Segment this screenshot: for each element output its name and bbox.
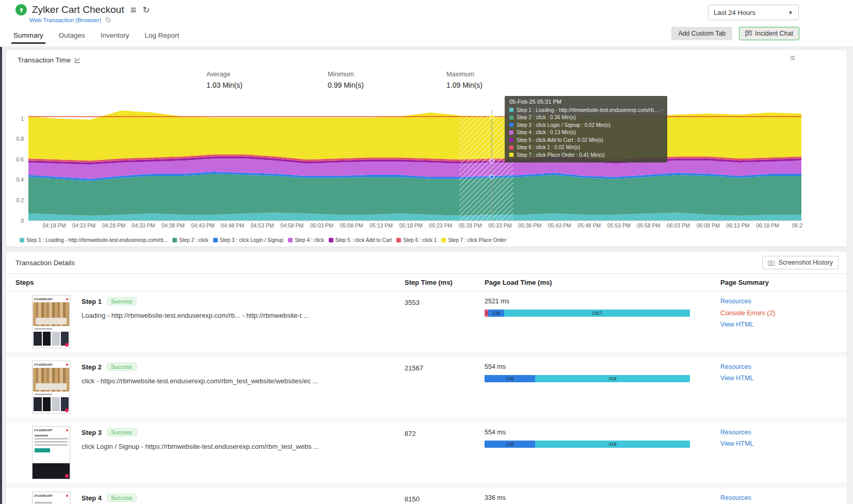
col-page-load-time: Page Load Time (ms): [485, 279, 720, 286]
legend-swatch: [441, 238, 446, 242]
console-errors-link[interactable]: Console Errors (2): [720, 309, 847, 317]
stat-average: Average 1.03 Min(s): [206, 71, 243, 89]
svg-text:0.6: 0.6: [16, 156, 24, 162]
chart-legend: Step 1 : Loading - http://rbmwebsite-tes…: [20, 237, 506, 243]
svg-text:05:08 PM: 05:08 PM: [340, 222, 363, 229]
screenshot-history-button[interactable]: Screenshot History: [762, 256, 839, 269]
tooltip-row: Step 3 : click Login / Signup : 0.02 Min…: [509, 121, 663, 129]
step-screenshot-thumbnail[interactable]: ZYLKERCART: [32, 295, 70, 348]
legend-swatch: [329, 238, 333, 242]
add-custom-tab-button[interactable]: Add Custom Tab: [671, 27, 732, 40]
transaction-details-title: Transaction Details: [15, 259, 75, 267]
resources-link[interactable]: Resources: [720, 429, 847, 436]
monitor-status-up-icon: [15, 4, 27, 15]
svg-text:05:18 PM: 05:18 PM: [399, 222, 423, 229]
step-description: click - https://rbmwebsite-test.endusere…: [82, 377, 318, 385]
chart-options-icon[interactable]: ≡: [790, 53, 795, 63]
load-bar-segment: 136: [488, 310, 504, 317]
svg-text:04:43 PM: 04:43 PM: [191, 222, 215, 229]
svg-text:04:53 PM: 04:53 PM: [251, 222, 274, 229]
monitor-type-link[interactable]: Web Transaction (Browser): [29, 17, 101, 23]
svg-text:06:03 PM: 06:03 PM: [667, 222, 690, 229]
refresh-icon[interactable]: ↻: [142, 6, 150, 14]
legend-item[interactable]: Step 6 : click 1: [396, 237, 437, 243]
step-time-value: 21567: [405, 361, 485, 414]
svg-text:06:2: 06:2: [792, 222, 803, 229]
step-screenshot-thumbnail[interactable]: ZYLKERCART: [32, 492, 70, 504]
table-row: ZYLKERCART Step 1 Success Loading - http…: [6, 291, 847, 352]
resources-link[interactable]: Resources: [720, 298, 847, 305]
transaction-time-card: Transaction Time ≡ Average 1.03 Min(s) M…: [6, 50, 847, 247]
step-screenshot-thumbnail[interactable]: ZYLKERCART: [32, 361, 70, 414]
load-bar-segment: 418: [535, 375, 690, 382]
step-time-value: 8150: [405, 492, 485, 504]
svg-text:0: 0: [21, 218, 24, 224]
svg-text:05:23 PM: 05:23 PM: [429, 222, 452, 229]
page-load-time-value: 554 ms: [485, 363, 720, 370]
load-bar-segment: 136: [485, 375, 535, 382]
incident-chat-button[interactable]: Incident Chat: [739, 27, 799, 40]
page-load-time-value: 554 ms: [485, 429, 720, 436]
tag-icon[interactable]: [105, 17, 111, 23]
legend-item[interactable]: Step 2 : click: [172, 237, 208, 243]
view-html-link[interactable]: View HTML: [720, 375, 847, 382]
page-load-bar[interactable]: 136418: [485, 375, 690, 382]
tab-summary[interactable]: Summary: [12, 28, 44, 44]
load-bar-segment: 136: [485, 441, 535, 448]
status-badge: Success: [107, 428, 137, 436]
transaction-time-chart[interactable]: 00.20.40.60.8104:18 PM04:23 PM04:28 PM04…: [6, 96, 847, 236]
chart-tooltip: 05-Feb-25 05:31 PM Step 1 : Loading - ht…: [505, 96, 667, 162]
transaction-time-title: Transaction Time: [18, 56, 71, 64]
view-html-link[interactable]: View HTML: [720, 440, 847, 447]
legend-item[interactable]: Step 1 : Loading - http://rbmwebsite-tes…: [20, 237, 168, 243]
page-title: Zylker Cart Checkout: [32, 4, 124, 15]
table-header: Steps Step Time (ms) Page Load Time (ms)…: [6, 274, 847, 291]
step-name: Step 3: [82, 429, 102, 436]
svg-text:06:08 PM: 06:08 PM: [697, 222, 720, 229]
page-load-bar[interactable]: 136418: [485, 441, 690, 448]
svg-text:05:48 PM: 05:48 PM: [577, 222, 601, 229]
svg-text:1: 1: [21, 116, 24, 122]
chat-icon: [745, 30, 752, 37]
load-bar-segment: 418: [535, 441, 690, 448]
camera-icon: [768, 260, 775, 266]
step-description: click Login / Signup - https://rbmwebsit…: [82, 443, 319, 450]
svg-text:04:28 PM: 04:28 PM: [102, 222, 125, 229]
stat-minimum: Minimum 0.99 Min(s): [328, 71, 364, 89]
status-badge: Success: [107, 297, 137, 305]
expand-chart-icon[interactable]: [74, 57, 81, 63]
step-screenshot-thumbnail[interactable]: ZYLKERCART: [32, 426, 70, 479]
resources-link[interactable]: Resources: [720, 494, 847, 501]
svg-text:0.4: 0.4: [16, 176, 24, 183]
legend-swatch: [20, 238, 24, 242]
time-range-dropdown[interactable]: Last 24 Hours ▼: [708, 5, 799, 20]
tab-outages[interactable]: Outages: [58, 28, 86, 44]
status-badge: Success: [107, 494, 137, 502]
step-name: Step 1: [82, 298, 102, 305]
left-edge-strip: [0, 47, 2, 504]
resources-link[interactable]: Resources: [720, 363, 847, 370]
legend-item[interactable]: Step 7 : click Place Order: [441, 237, 506, 243]
tooltip-row: Step 4 : click : 0.13 Min(s): [509, 129, 663, 137]
tab-inventory[interactable]: Inventory: [100, 28, 131, 44]
monitor-menu-icon[interactable]: ≡: [130, 5, 136, 15]
load-bar-segment: 2357: [504, 310, 690, 317]
legend-item[interactable]: Step 5 : click Add to Cart: [329, 237, 392, 243]
stat-maximum: Maximum 1.09 Min(s): [446, 71, 482, 89]
legend-swatch: [288, 238, 293, 242]
tab-log-report[interactable]: Log Report: [143, 28, 180, 44]
svg-text:05:03 PM: 05:03 PM: [310, 222, 333, 229]
page-load-bar[interactable]: 21362357: [485, 310, 690, 317]
transaction-details-card: Transaction Details Screenshot History S…: [6, 252, 847, 504]
legend-item[interactable]: Step 4 : click: [288, 237, 324, 243]
svg-text:04:18 PM: 04:18 PM: [43, 222, 66, 229]
tooltip-timestamp: 05-Feb-25 05:31 PM: [509, 99, 663, 105]
legend-swatch: [172, 238, 177, 242]
step-name: Step 4: [82, 494, 102, 502]
step-description: Loading - http://rbmwebsite-test.enduser…: [82, 312, 309, 319]
view-html-link[interactable]: View HTML: [720, 321, 847, 328]
svg-text:04:58 PM: 04:58 PM: [280, 222, 303, 229]
legend-item[interactable]: Step 3 : click Login / Signup: [213, 237, 283, 243]
svg-text:0.8: 0.8: [16, 136, 24, 142]
svg-text:04:33 PM: 04:33 PM: [132, 222, 155, 229]
